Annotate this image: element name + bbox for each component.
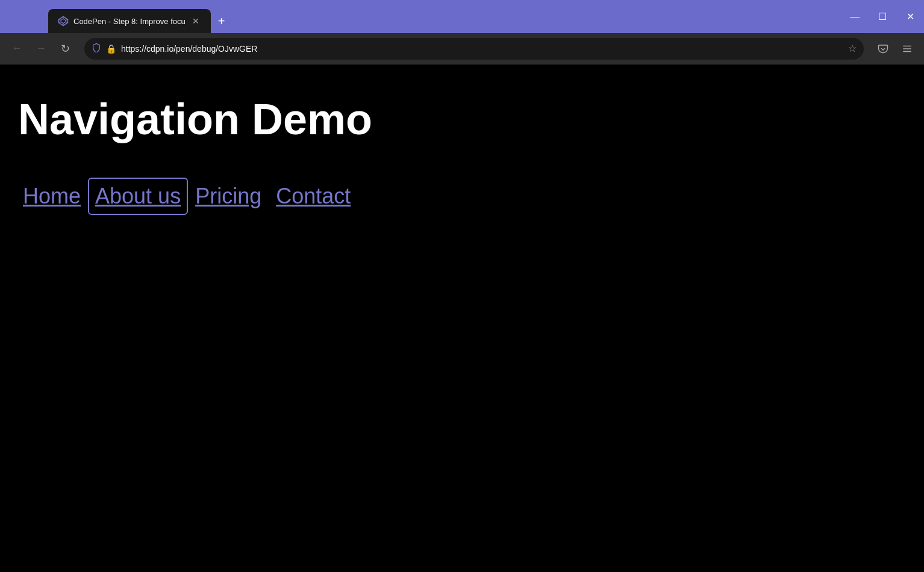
toolbar-right xyxy=(873,39,917,58)
url-text: https://cdpn.io/pen/debug/OJvwGER xyxy=(121,44,843,54)
nav-about[interactable]: About us xyxy=(90,180,186,213)
tab-favicon-icon xyxy=(58,16,69,26)
menu-icon[interactable] xyxy=(897,39,917,58)
nav-contact[interactable]: Contact xyxy=(271,180,355,213)
nav-pricing[interactable]: Pricing xyxy=(190,180,266,213)
lock-icon: 🔒 xyxy=(106,44,116,54)
shield-icon xyxy=(92,43,101,55)
content-area: Navigation Demo Home About us Pricing Co… xyxy=(0,64,924,572)
url-bar[interactable]: 🔒 https://cdpn.io/pen/debug/OJvwGER ☆ xyxy=(84,38,864,60)
pocket-icon[interactable] xyxy=(873,39,893,58)
navigation: Home About us Pricing Contact xyxy=(18,180,906,213)
close-button[interactable]: ✕ xyxy=(896,5,924,29)
active-tab[interactable]: CodePen - Step 8: Improve focu ✕ xyxy=(48,9,211,33)
tab-bar: CodePen - Step 8: Improve focu ✕ + — ☐ ✕ xyxy=(0,0,924,33)
page-title: Navigation Demo xyxy=(18,95,906,144)
back-button[interactable]: ← xyxy=(7,39,27,58)
maximize-button[interactable]: ☐ xyxy=(869,5,896,29)
tab-close-button[interactable]: ✕ xyxy=(190,16,201,26)
tab-title: CodePen - Step 8: Improve focu xyxy=(73,17,186,26)
nav-home[interactable]: Home xyxy=(18,180,86,213)
browser-window: CodePen - Step 8: Improve focu ✕ + — ☐ ✕… xyxy=(0,0,924,572)
new-tab-button[interactable]: + xyxy=(211,9,233,33)
window-controls: — ☐ ✕ xyxy=(841,0,924,33)
minimize-button[interactable]: — xyxy=(841,5,869,29)
svg-marker-1 xyxy=(61,19,66,23)
address-bar: ← → ↻ 🔒 https://cdpn.io/pen/debug/OJvwGE… xyxy=(0,33,924,64)
refresh-button[interactable]: ↻ xyxy=(55,39,75,58)
bookmark-star-icon[interactable]: ☆ xyxy=(848,43,857,54)
forward-button[interactable]: → xyxy=(31,39,51,58)
